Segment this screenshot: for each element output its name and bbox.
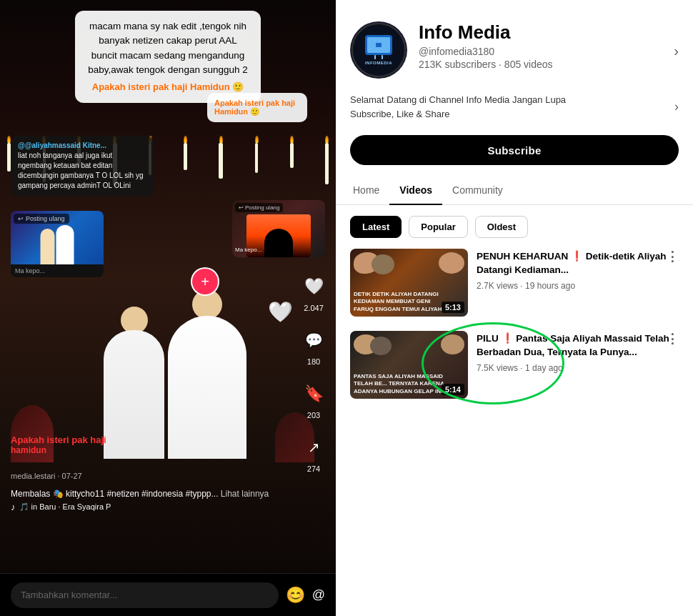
overlay-main-text: macam mana sy nak edit ,tengok nih banya… — [85, 19, 251, 77]
channel-title: Info Media — [419, 21, 662, 44]
thumb-label-1: DETIK DETIK ALIYAH DATANGI KEDIAMAN MEMB… — [354, 291, 447, 313]
comment-icon[interactable]: 💬 — [299, 325, 329, 355]
comment-count: 180 — [307, 357, 320, 366]
channel-handle: @infomedia3180 — [419, 46, 662, 57]
subscribe-button[interactable]: Subscribe — [350, 135, 679, 165]
video-item-1[interactable]: DETIK DETIK ALIYAH DATANGI KEDIAMAN MEMB… — [350, 249, 679, 317]
emoji-button[interactable]: 😊 — [286, 586, 305, 605]
share-icon[interactable]: ↗ — [299, 432, 329, 462]
youtube-panel: INFOMEDIA Info Media @infomedia3180 213K… — [336, 0, 693, 616]
video-thumbnail-2[interactable]: PANTAS SAJA ALIYAH MASSAID TELAH BE... T… — [350, 331, 468, 399]
overlay-highlight-1: Apakah isteri pak haji Hamidun 🙂 — [85, 80, 251, 94]
comment-action[interactable]: 💬 180 — [299, 325, 329, 366]
video-thumbnail-1[interactable]: DETIK DETIK ALIYAH DATANGI KEDIAMAN MEMB… — [350, 249, 468, 317]
like-action[interactable]: 🤍 2.047 — [299, 272, 329, 312]
video-item-2[interactable]: PANTAS SAJA ALIYAH MASSAID TELAH BE... T… — [350, 331, 679, 399]
mini-video-left[interactable]: ↩Posting ulang Ma kepo... — [11, 211, 104, 277]
channel-info: Info Media @infomedia3180 213K subscribe… — [419, 21, 662, 70]
share-action[interactable]: ↗ 274 — [299, 432, 329, 473]
video-more-button-2[interactable]: ⋮ — [666, 331, 679, 347]
logo-text: INFOMEDIA — [365, 61, 392, 65]
tab-home[interactable]: Home — [343, 176, 389, 204]
repost-label-1: ↩Posting ulang — [14, 214, 69, 224]
comment-overlay: @@aliyahmassaid Kitne... liat noh tangan… — [11, 136, 154, 197]
channel-chevron-icon[interactable]: › — [674, 43, 679, 59]
add-to-profile-button[interactable]: + — [192, 269, 218, 294]
tv-icon — [365, 35, 392, 55]
video-list: DETIK DETIK ALIYAH DATANGI KEDIAMAN MEMB… — [336, 249, 693, 616]
filter-section: Latest Popular Oldest — [336, 205, 693, 249]
repost-label-2: ↩Posting ulang — [235, 203, 283, 212]
tab-videos[interactable]: Videos — [389, 176, 442, 204]
comment-input[interactable]: Tambahkan komentar... — [11, 582, 279, 608]
video-stats-1: 2.7K views · 19 hours ago — [477, 281, 679, 291]
thumb-duration-2: 5:14 — [442, 384, 464, 395]
video-title-1: PENUH KEHARUAN ❗ Detik-detik Aliyah Data… — [477, 250, 679, 277]
tab-community[interactable]: Community — [442, 176, 513, 204]
bottom-red-text1: Apakah isteri pak haji — [11, 434, 106, 445]
channel-desc-line2: Subscribe, Like & Share — [350, 107, 566, 121]
channel-desc-line1: Selamat Datang di Channel Info Media Jan… — [350, 93, 566, 107]
video-meta-1: PENUH KEHARUAN ❗ Detik-detik Aliyah Data… — [477, 249, 679, 317]
mini-right-author: Ma kepo... — [235, 242, 261, 254]
filter-latest[interactable]: Latest — [350, 216, 402, 238]
music-info: ♪ 🎵 in Baru · Era Syaqira P — [11, 502, 293, 512]
video-title-2: PILU ❗ Pantas Saja Aliyah Massaid Telah … — [477, 332, 679, 359]
top-right-highlight: Apakah isteri pak haji Hamidun 🙂 — [214, 99, 300, 116]
mini-video-right[interactable]: ↩Posting ulang Ma kepo... — [232, 200, 325, 257]
tiktok-panel: 🤍 macam mana sy nak edit ,tengok nih ban… — [0, 0, 336, 616]
bookmark-action[interactable]: 🔖 203 — [299, 379, 329, 419]
action-bar: 🤍 2.047 💬 180 🔖 203 ↗ 274 — [299, 272, 329, 473]
channel-description: Selamat Datang di Channel Info Media Jan… — [336, 93, 693, 131]
share-count: 274 — [307, 465, 320, 473]
mini-left-author: Ma kepo... — [15, 267, 99, 274]
bookmark-icon[interactable]: 🔖 — [299, 379, 329, 409]
bottom-red-text2: hamidun — [11, 445, 106, 455]
top-right-overlay: Apakah isteri pak haji Hamidun 🙂 — [207, 93, 307, 122]
video-more-button-1[interactable]: ⋮ — [666, 249, 679, 264]
bookmark-count: 203 — [307, 411, 320, 419]
filter-oldest[interactable]: Oldest — [475, 216, 528, 238]
thumb-duration-1: 5:13 — [442, 302, 464, 313]
channel-avatar: INFOMEDIA — [350, 21, 407, 79]
subscribe-section: Subscribe — [336, 131, 693, 176]
comment-body: liat noh tanganya aal juga ikut ngembang… — [18, 151, 146, 191]
video-stats-2: 7.5K views · 1 day ago — [477, 363, 679, 373]
channel-header: INFOMEDIA Info Media @infomedia3180 213K… — [336, 0, 693, 93]
like-icon[interactable]: 🤍 — [299, 272, 329, 302]
bottom-red-overlay: Apakah isteri pak haji hamidun — [11, 434, 106, 455]
hashtag-text: Membalas 🎭 kittycho11 #netizen #indonesi… — [11, 489, 293, 499]
video-meta-2: PILU ❗ Pantas Saja Aliyah Massaid Telah … — [477, 331, 679, 399]
channel-watermark: media.lestari · 07-27 — [11, 472, 82, 480]
at-mention-button[interactable]: @ — [312, 587, 325, 602]
music-note-icon: ♪ — [11, 502, 16, 512]
desc-expand-icon[interactable]: › — [674, 99, 679, 114]
channel-stats: 213K subscribers · 805 videos — [419, 59, 662, 70]
like-count: 2.047 — [304, 304, 324, 312]
thumb-label-2: PANTAS SAJA ALIYAH MASSAID TELAH BE... T… — [354, 373, 447, 395]
top-overlay-card: macam mana sy nak edit ,tengok nih banya… — [75, 11, 261, 103]
channel-tabs: Home Videos Community — [336, 176, 693, 205]
filter-popular[interactable]: Popular — [409, 216, 467, 238]
bottom-info-section: Membalas 🎭 kittycho11 #netizen #indonesi… — [11, 487, 293, 512]
bottom-bar: Tambahkan komentar... 😊 @ — [0, 573, 336, 616]
comment-username: @@aliyahmassaid Kitne... — [18, 141, 146, 149]
